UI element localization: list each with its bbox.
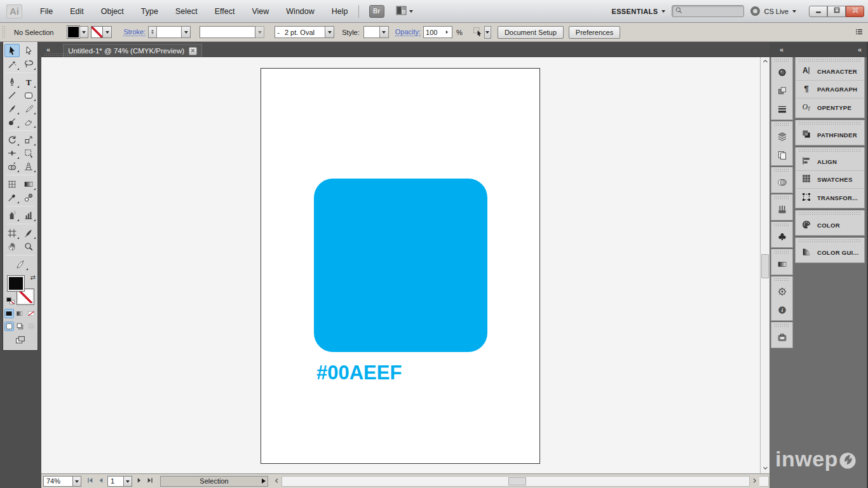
- scroll-up-button[interactable]: [761, 57, 770, 67]
- lasso-tool[interactable]: [21, 57, 36, 71]
- drag-handle[interactable]: [798, 121, 862, 125]
- menu-help[interactable]: Help: [332, 7, 348, 16]
- stroke-weight-field[interactable]: [156, 26, 182, 38]
- panel-button-swatches[interactable]: SWATCHES: [796, 171, 864, 189]
- first-artboard-button[interactable]: [85, 476, 95, 487]
- stroke-link[interactable]: Stroke:: [123, 28, 146, 36]
- drag-handle[interactable]: [774, 250, 790, 254]
- style-dropdown[interactable]: [380, 26, 389, 38]
- blend-tool[interactable]: [21, 191, 36, 204]
- eraser-tool[interactable]: [21, 115, 36, 128]
- hex-color-label[interactable]: #00AEEF: [316, 362, 402, 384]
- none-mode-button[interactable]: [27, 309, 36, 318]
- previous-artboard-button[interactable]: [95, 476, 106, 487]
- color-mode-button[interactable]: [4, 309, 14, 318]
- direct-selection-tool[interactable]: [21, 44, 36, 57]
- gradient-mode-button[interactable]: [15, 309, 25, 318]
- draw-behind-button[interactable]: [15, 322, 25, 331]
- drag-handle[interactable]: [774, 278, 790, 281]
- panel-button-paragraph[interactable]: ¶PARAGRAPH: [796, 81, 864, 98]
- info-panel-icon[interactable]: i: [771, 301, 792, 319]
- scale-tool[interactable]: [21, 133, 36, 146]
- scroll-down-button[interactable]: [761, 464, 770, 473]
- fill-indicator[interactable]: [8, 276, 24, 291]
- draw-normal-button[interactable]: [4, 322, 14, 331]
- opacity-link[interactable]: Opacity:: [395, 28, 421, 36]
- eyedropper-tool[interactable]: [4, 191, 20, 204]
- vertical-scroll-track[interactable]: [761, 67, 770, 464]
- links-panel-icon[interactable]: [771, 328, 792, 346]
- stroke-weight-dropdown[interactable]: [182, 26, 191, 38]
- width-profile-dropdown[interactable]: [255, 26, 264, 38]
- panel-button-color[interactable]: COLOR: [796, 216, 864, 234]
- horizontal-scroll-track[interactable]: [281, 476, 750, 487]
- minimize-button[interactable]: [809, 6, 827, 17]
- appearance-panel-icon[interactable]: [771, 63, 792, 81]
- layers-panel-icon[interactable]: [771, 127, 792, 146]
- last-artboard-button[interactable]: [144, 476, 155, 487]
- hand-tool[interactable]: [4, 240, 20, 253]
- selection-tool[interactable]: [4, 44, 20, 57]
- symbol-sprayer-tool[interactable]: [4, 208, 20, 222]
- slice-tool[interactable]: [21, 226, 36, 240]
- status-display[interactable]: Selection: [160, 476, 268, 487]
- drag-handle[interactable]: [798, 212, 862, 215]
- pasteboard[interactable]: #00AEEF: [41, 57, 760, 473]
- panel-button-character[interactable]: ACHARACTER: [796, 63, 864, 81]
- drag-handle[interactable]: [774, 168, 790, 172]
- panel-button-color-guide[interactable]: COLOR GUI...: [796, 243, 864, 261]
- rotate-tool[interactable]: [4, 133, 20, 146]
- menu-object[interactable]: Object: [101, 7, 124, 16]
- width-tool-tool[interactable]: [4, 146, 20, 159]
- drag-handle[interactable]: [774, 123, 790, 126]
- artboards-panel-icon[interactable]: [771, 146, 792, 164]
- drag-handle[interactable]: [798, 239, 862, 243]
- fill-color-combo[interactable]: [67, 26, 88, 38]
- menu-type[interactable]: Type: [141, 7, 158, 16]
- transparency-panel-icon[interactable]: [771, 173, 792, 191]
- stroke-color-combo[interactable]: [91, 26, 112, 38]
- artboard-number-field[interactable]: 1: [107, 476, 124, 487]
- panel-button-opentype[interactable]: OTOPENTYPE: [796, 98, 864, 116]
- document-tab[interactable]: Untitled-1* @ 74% (CMYK/Preview): [63, 44, 202, 57]
- stroke-dropdown-button[interactable]: [103, 26, 112, 38]
- arrange-documents-button[interactable]: [396, 5, 413, 18]
- magic-wand-tool[interactable]: [4, 57, 20, 71]
- tab-close-button[interactable]: [189, 47, 197, 55]
- select-similar-button[interactable]: [471, 26, 484, 39]
- drag-handle[interactable]: [774, 58, 790, 62]
- panel-button-align[interactable]: ALIGN: [796, 153, 864, 171]
- menu-file[interactable]: File: [40, 7, 53, 16]
- stroke-weight-stepper[interactable]: [148, 26, 156, 38]
- search-input[interactable]: [683, 8, 740, 15]
- artboard-dropdown-button[interactable]: [124, 476, 132, 487]
- menu-view[interactable]: View: [252, 7, 269, 16]
- default-fill-stroke[interactable]: [6, 297, 15, 304]
- mesh-tool[interactable]: [4, 177, 20, 191]
- drag-handle[interactable]: [798, 149, 862, 152]
- blue-rounded-square[interactable]: [314, 179, 487, 352]
- drag-handle[interactable]: [798, 58, 862, 62]
- gradient-tool[interactable]: [21, 177, 36, 191]
- control-panel-menu-button[interactable]: [853, 26, 865, 39]
- menu-window[interactable]: Window: [286, 7, 314, 16]
- next-artboard-button[interactable]: [133, 476, 144, 487]
- collapse-icon-dock-icon[interactable]: «: [770, 46, 794, 53]
- navigator-panel-icon[interactable]: [771, 282, 792, 301]
- paintbrush-tool[interactable]: [4, 102, 20, 115]
- fill-dropdown-button[interactable]: [79, 26, 88, 38]
- artboard[interactable]: #00AEEF: [261, 68, 540, 464]
- scroll-right-button[interactable]: [750, 476, 759, 487]
- brushes-panel-icon[interactable]: [771, 200, 792, 219]
- rectangle-tool[interactable]: [21, 88, 36, 102]
- menu-select[interactable]: Select: [175, 7, 198, 16]
- swap-fill-stroke-icon[interactable]: ⇄: [31, 274, 36, 281]
- perspective-grid-tool[interactable]: [21, 159, 36, 173]
- select-similar-dropdown[interactable]: [484, 26, 491, 39]
- knife-tool[interactable]: [13, 257, 29, 271]
- restore-button[interactable]: [827, 6, 846, 17]
- stroke-indicator[interactable]: [17, 289, 34, 304]
- document-setup-button[interactable]: Document Setup: [498, 26, 564, 39]
- bridge-button[interactable]: Br: [369, 5, 384, 18]
- type-tool[interactable]: T: [21, 75, 36, 88]
